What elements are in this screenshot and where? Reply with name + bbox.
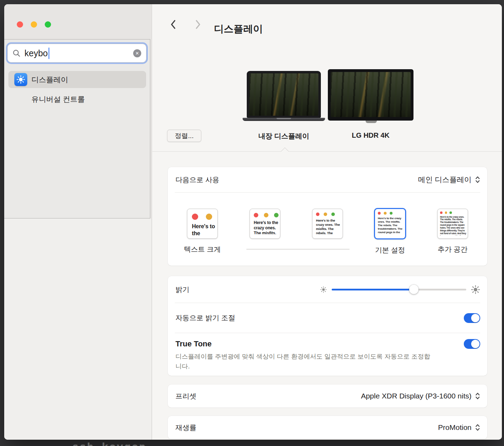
- true-tone-description: 디스플레이를 주변광에 맞춰 색상이 다른 환경에서도 일관적으로 보이도록 자…: [175, 352, 434, 372]
- preset-panel: 프리셋 Apple XDR Display (P3-1600 nits): [168, 384, 487, 408]
- scaling-preview: Here's to the crazy ones. The misfits. T…: [312, 209, 343, 239]
- popup-chevrons-icon: [475, 423, 480, 432]
- use-as-value: 메인 디스플레이: [418, 175, 471, 185]
- use-as-label: 다음으로 사용: [175, 175, 219, 185]
- scaling-preview: Here's to the crazy ones. The misfits. T…: [250, 209, 280, 239]
- brightness-label: 밝기: [175, 285, 189, 294]
- search-input-value: keybo: [24, 48, 48, 58]
- mini-window-text: Here's to the crazy ones. The misfits. T…: [187, 220, 217, 235]
- search-icon: [13, 49, 21, 57]
- zoom-button[interactable]: [45, 21, 51, 28]
- brightness-slider[interactable]: [332, 285, 466, 294]
- wallpaper-preview: [249, 73, 318, 116]
- sidebar-lower-area: [4, 218, 151, 440]
- clear-search-icon[interactable]: ✕: [133, 49, 141, 57]
- refresh-rate-panel: 재생률 ProMotion: [168, 416, 487, 439]
- scaling-preview: Here's to the crazy ones. The misfits. T…: [187, 209, 218, 239]
- text-caret: [49, 48, 50, 59]
- toggle-knob: [471, 314, 480, 322]
- brightness-fill: [332, 289, 414, 290]
- scaling-option-larger-text[interactable]: Here's to the crazy ones. The misfits. T…: [176, 209, 229, 265]
- back-button[interactable]: [170, 19, 177, 30]
- preset-value: Apple XDR Display (P3-1600 nits): [361, 392, 471, 400]
- sidebar: keybo ✕ 디스플레이: [4, 4, 152, 440]
- mini-window-text: Here's to the crazy ones. The misfits. T…: [438, 214, 468, 236]
- arrange-button[interactable]: 정렬...: [167, 130, 201, 142]
- refresh-rate-value: ProMotion: [438, 423, 471, 432]
- scaling-preview: Here's to the crazy ones. The misfits. T…: [437, 209, 468, 239]
- use-as-popup[interactable]: 메인 디스플레이: [418, 175, 480, 185]
- search-result-label: 디스플레이: [31, 75, 68, 85]
- search-input[interactable]: keybo ✕: [7, 44, 146, 63]
- search-result-universal-control[interactable]: 유니버설 컨트롤: [8, 91, 146, 108]
- selected-display-caret: [281, 148, 289, 156]
- scaling-option-2[interactable]: Here's to the crazy ones. The misfits. T…: [239, 209, 291, 265]
- scaling-preview: Here's to the crazy ones. The misfits. T…: [374, 208, 406, 239]
- mini-window-text: Here's to the crazy ones. The misfits. T…: [375, 215, 405, 235]
- monitor-stand: [366, 121, 377, 123]
- scaling-tick-line: [246, 249, 350, 250]
- search-results-panel: keybo ✕ 디스플레이: [4, 39, 150, 218]
- display-brightness-icon: [14, 73, 27, 86]
- wallpaper-preview: [331, 72, 411, 117]
- auto-brightness-toggle[interactable]: [464, 313, 480, 323]
- window-controls: [17, 21, 51, 28]
- refresh-rate-popup[interactable]: ProMotion: [438, 423, 480, 432]
- minimize-button[interactable]: [31, 21, 37, 28]
- search-result-label: 유니버설 컨트롤: [31, 94, 85, 104]
- brightness-knob[interactable]: [409, 285, 418, 294]
- toggle-knob: [471, 340, 480, 348]
- scaling-option-3[interactable]: Here's to the crazy ones. The misfits. T…: [301, 209, 354, 265]
- background-terminal-text: ssh-keygen: [72, 440, 146, 446]
- auto-brightness-label: 자동으로 밝기 조절: [175, 313, 235, 323]
- scaling-option-more-space[interactable]: Here's to the crazy ones. The misfits. T…: [426, 209, 479, 265]
- close-button[interactable]: [17, 21, 23, 28]
- external-display-name: LG HDR 4K: [328, 131, 413, 139]
- mini-window-traffic-lights: [375, 209, 405, 215]
- page-title: 디스플레이: [214, 22, 263, 36]
- section-divider: [152, 151, 502, 152]
- search-result-displays[interactable]: 디스플레이: [8, 71, 146, 88]
- mini-window-text: Here's to the crazy ones. The misfits. T…: [312, 216, 343, 234]
- mini-window-traffic-lights: [438, 209, 468, 214]
- display-mode-panel: 다음으로 사용 메인 디스플레이 Here's to the crazy one…: [168, 167, 487, 266]
- brightness-bright-icon: [471, 285, 480, 294]
- refresh-rate-label: 재생률: [175, 423, 196, 432]
- forward-button[interactable]: [195, 19, 202, 30]
- popup-chevrons-icon: [475, 392, 480, 400]
- builtin-display-thumbnail[interactable]: [247, 71, 321, 118]
- main-content: 디스플레이 내장 디스플레이 LG HDR 4K 정렬... 다음으로 사용 메…: [152, 4, 502, 440]
- brightness-dim-icon: [320, 286, 327, 293]
- scaling-option-default[interactable]: Here's to the crazy ones. The misfits. T…: [364, 209, 416, 265]
- scaling-option-label: 텍스트 크게: [184, 245, 221, 253]
- brightness-panel: 밝기: [168, 276, 487, 376]
- macbook-base: [243, 118, 325, 121]
- scaling-option-label: 추가 공간: [438, 245, 468, 253]
- system-settings-window: keybo ✕ 디스플레이: [4, 4, 502, 440]
- popup-chevrons-icon: [475, 175, 480, 184]
- true-tone-toggle[interactable]: [464, 339, 480, 349]
- true-tone-label: True Tone: [175, 339, 212, 348]
- mini-window-traffic-lights: [312, 209, 343, 216]
- builtin-display-name: 내장 디스플레이: [243, 131, 324, 141]
- scaling-options: Here's to the crazy ones. The misfits. T…: [168, 193, 487, 265]
- mini-window-text: Here's to the crazy ones. The misfits. T…: [250, 217, 280, 234]
- mini-window-traffic-lights: [187, 209, 217, 220]
- mini-window-traffic-lights: [250, 209, 280, 217]
- preset-popup[interactable]: Apple XDR Display (P3-1600 nits): [361, 392, 480, 400]
- preset-label: 프리셋: [175, 391, 196, 401]
- scaling-option-label: 기본 설정: [375, 245, 405, 254]
- external-display-thumbnail[interactable]: [328, 69, 413, 121]
